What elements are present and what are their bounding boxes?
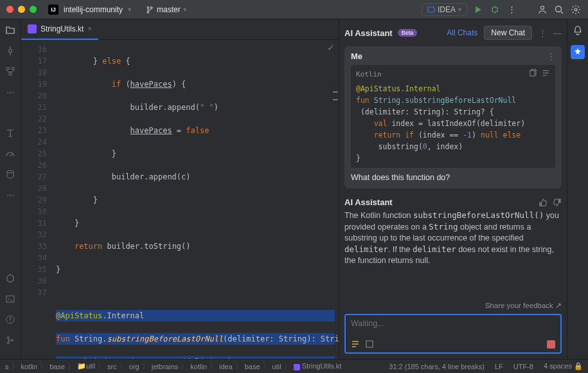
svg-point-12 <box>8 337 10 339</box>
response-text: The Kotlin function substringBeforeLastO… <box>344 210 562 266</box>
breadcrumb-item[interactable]: kotlin <box>190 363 207 370</box>
structure-tool-icon[interactable] <box>4 66 16 77</box>
close-tab-icon[interactable]: × <box>87 24 92 33</box>
more-tool-icon-2[interactable]: ⋯ <box>4 189 16 201</box>
lock-icon: 🔒 <box>574 362 583 370</box>
maximize-window-button[interactable] <box>30 6 37 13</box>
line-number: 16 <box>21 44 47 55</box>
attach-code-icon[interactable] <box>351 340 360 349</box>
assist-title: AI Assistant <box>344 28 393 38</box>
line-number: 37 <box>21 287 47 298</box>
breadcrumbs[interactable]: s〉kotlin〉base〉📁util〉src〉org〉jetbrains〉ko… <box>5 361 341 371</box>
svg-rect-6 <box>6 68 9 70</box>
line-number: 30 <box>21 206 47 217</box>
breadcrumb-item[interactable]: idea <box>219 363 233 370</box>
svg-point-13 <box>8 342 10 344</box>
run-button[interactable] <box>472 4 484 15</box>
text-tool-icon[interactable] <box>4 127 16 139</box>
project-tool-icon[interactable] <box>4 24 16 36</box>
line-number: 36 <box>21 275 47 287</box>
new-chat-button[interactable]: New Chat <box>484 26 532 40</box>
chevron-down-icon[interactable]: ▾ <box>128 6 131 13</box>
thumbs-up-icon[interactable] <box>539 198 548 207</box>
run-config-selector[interactable]: IDEA ▾ <box>422 3 467 16</box>
beta-badge: Beta <box>398 29 418 37</box>
run-config-name: IDEA <box>438 5 456 14</box>
gutter: 1617181920212223242526272829303132333435… <box>21 40 52 359</box>
all-chats-link[interactable]: All Chats <box>447 28 477 37</box>
line-ending[interactable]: LF <box>495 363 503 370</box>
vcs-tool-icon[interactable] <box>4 334 16 346</box>
editor-tabs: StringUtils.kt × <box>21 19 339 40</box>
svg-rect-16 <box>366 341 373 347</box>
more-menu-button[interactable]: ⋮ <box>506 4 517 15</box>
svg-rect-10 <box>6 296 14 302</box>
message-menu-icon[interactable]: ⋮ <box>547 51 555 61</box>
line-number: 28 <box>21 183 47 194</box>
database-tool-icon[interactable] <box>4 168 16 180</box>
chevron-down-icon: ▾ <box>183 6 186 13</box>
chat-input[interactable]: Waiting... <box>344 314 562 354</box>
branch-icon <box>145 5 154 14</box>
caret-position[interactable]: 31:2 (185 chars, 4 line breaks) <box>389 363 485 370</box>
minimize-window-button[interactable] <box>18 6 25 13</box>
breadcrumb-item[interactable]: base <box>245 363 260 370</box>
attach-file-icon[interactable] <box>365 340 374 349</box>
chevron-down-icon: ▾ <box>458 6 461 13</box>
breadcrumb-item[interactable]: kotlin <box>21 363 38 370</box>
close-window-button[interactable] <box>6 6 13 13</box>
error-stripe[interactable] <box>332 40 339 359</box>
insert-icon[interactable] <box>542 69 550 80</box>
vcs-branch[interactable]: master ▾ <box>145 5 186 14</box>
debug-button[interactable] <box>489 4 501 15</box>
feedback-link[interactable]: Share your feedback ↗ <box>344 297 562 314</box>
line-number: 17 <box>21 55 47 67</box>
more-menu-icon[interactable]: ⋮ <box>539 28 547 38</box>
encoding[interactable]: UTF-8 <box>513 363 533 370</box>
ai-assistant-tool-icon[interactable] <box>571 45 585 59</box>
breadcrumb-item[interactable]: StringUtils.kt <box>294 362 342 370</box>
breadcrumb-item[interactable]: util <box>272 363 281 370</box>
breadcrumb-item[interactable]: src <box>107 363 117 370</box>
breadcrumb-item[interactable]: base <box>49 363 65 370</box>
gauge-tool-icon[interactable] <box>4 148 16 159</box>
svg-rect-8 <box>9 73 12 75</box>
terminal-tool-icon[interactable] <box>4 293 16 305</box>
right-tool-rail <box>567 19 588 359</box>
indent-status[interactable]: 4 spaces 🔒 <box>544 362 583 370</box>
line-number: 20 <box>21 90 47 102</box>
ai-assistant-panel: AI Assistant Beta All Chats New Chat ⋮ —… <box>339 19 567 359</box>
breadcrumb-item[interactable]: org <box>129 363 139 370</box>
line-number: 29 <box>21 194 47 206</box>
problems-tool-icon[interactable] <box>4 314 16 325</box>
line-number: 33 <box>21 241 47 252</box>
more-tool-icon[interactable]: ⋯ <box>4 86 16 98</box>
user-question: What does this function do? <box>351 173 555 182</box>
search-icon[interactable] <box>553 4 565 15</box>
branch-name: master <box>157 5 181 14</box>
minimize-icon[interactable]: — <box>553 28 562 38</box>
account-icon[interactable] <box>537 4 548 15</box>
window-controls <box>6 6 37 13</box>
copy-icon[interactable] <box>528 69 537 80</box>
breadcrumb-item[interactable]: 📁util <box>77 362 95 370</box>
me-label: Me <box>351 51 362 61</box>
line-number: 22 <box>21 113 47 125</box>
services-tool-icon[interactable] <box>4 273 16 284</box>
commit-tool-icon[interactable] <box>4 45 16 57</box>
stop-button[interactable] <box>547 340 555 349</box>
thumbs-down-icon[interactable] <box>553 198 562 207</box>
code-body[interactable]: } else { if (havePaces) { builder.append… <box>52 40 339 359</box>
line-number: 21 <box>21 102 47 113</box>
code-editor[interactable]: ✓ 16171819202122232425262728293031323334… <box>21 40 339 359</box>
breadcrumb-item[interactable]: s <box>5 363 9 370</box>
project-name[interactable]: intellij-community <box>64 5 123 14</box>
line-number: 27 <box>21 171 47 183</box>
kotlin-file-icon <box>28 24 37 33</box>
svg-rect-7 <box>12 68 14 70</box>
editor-tab[interactable]: StringUtils.kt × <box>21 19 98 40</box>
settings-icon[interactable] <box>570 4 582 15</box>
breadcrumb-item[interactable]: jetbrains <box>152 363 179 370</box>
tab-filename: StringUtils.kt <box>40 24 84 33</box>
notifications-icon[interactable] <box>572 24 584 36</box>
